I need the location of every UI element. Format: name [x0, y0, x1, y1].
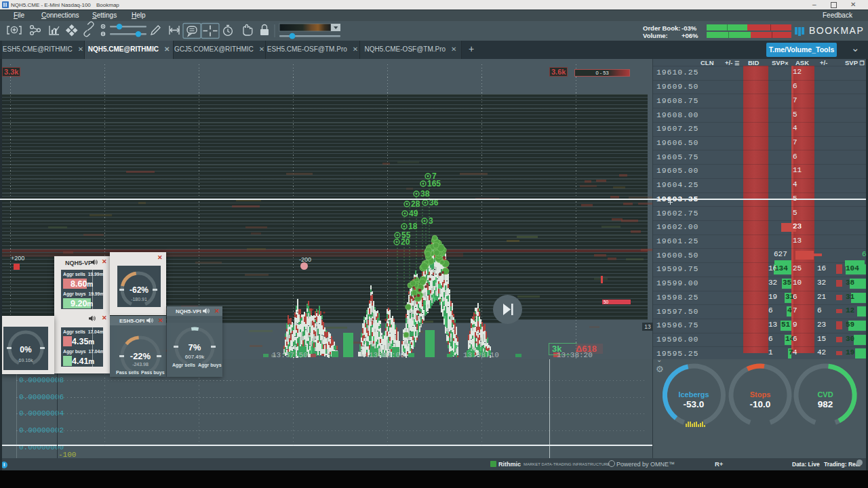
svg-text:49: 49 — [409, 209, 418, 218]
svg-text:38: 38 — [420, 189, 430, 199]
svg-text:28: 28 — [411, 199, 420, 209]
svg-text:20: 20 — [401, 237, 410, 247]
svg-text:3: 3 — [429, 216, 433, 226]
